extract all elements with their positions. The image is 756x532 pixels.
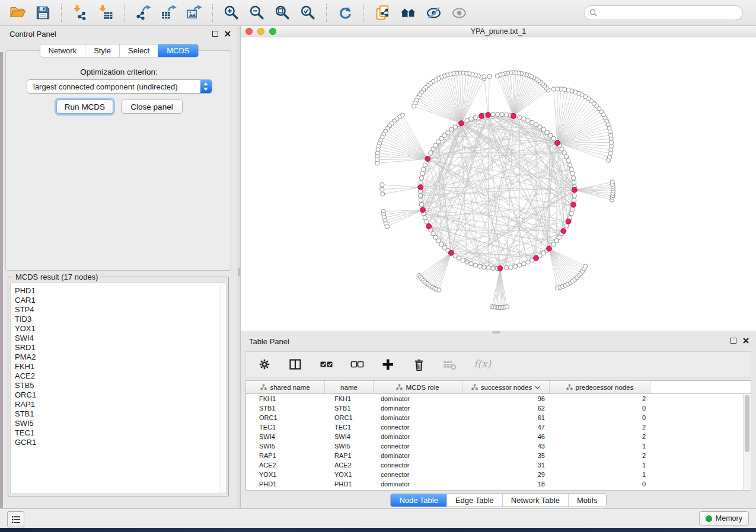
table-cell: 35 xyxy=(462,452,550,459)
first-neighbors-button[interactable] xyxy=(397,4,419,22)
table-cell: dominator xyxy=(374,405,462,412)
mcds-result-item[interactable]: PMA2 xyxy=(15,352,219,362)
table-row[interactable]: ORC1ORC1dominator610 xyxy=(246,413,751,422)
search-box[interactable] xyxy=(584,5,743,20)
table-row[interactable]: RAP1RAP1dominator352 xyxy=(246,451,751,460)
run-mcds-button[interactable]: Run MCDS xyxy=(56,100,113,114)
table-row[interactable]: YOX1YOX1connector291 xyxy=(246,470,751,479)
zoom-out-button[interactable] xyxy=(246,4,268,22)
table-row[interactable]: STB1STB1dominator620 xyxy=(246,403,751,413)
add-entry-button[interactable] xyxy=(378,357,398,373)
scrollbar-thumb[interactable] xyxy=(745,395,749,452)
import-network-button[interactable] xyxy=(69,4,91,22)
table-cell: 2 xyxy=(550,452,650,459)
table-cell: ACE2 xyxy=(246,462,325,469)
function-builder-button[interactable]: f(x) xyxy=(471,363,494,366)
table-row[interactable]: SWI5SWI5connector431 xyxy=(246,441,751,451)
search-icon xyxy=(589,9,597,17)
mcds-result-list[interactable]: PHD1CAR1STP4TID3YOX1SWI4SRD1PMA2FKH1ACE2… xyxy=(10,283,219,494)
zoom-in-button[interactable] xyxy=(221,4,243,22)
hide-selected-button[interactable] xyxy=(423,4,445,22)
mcds-result-item[interactable]: TID3 xyxy=(15,315,219,324)
column-header-predecessor-nodes[interactable]: predecessor nodes xyxy=(550,381,650,393)
mcds-result-item[interactable]: GCR1 xyxy=(15,438,219,447)
table-cell: RAP1 xyxy=(325,452,374,459)
destroy-table-button[interactable] xyxy=(440,357,460,373)
mcds-result-item[interactable]: SWI5 xyxy=(15,419,219,428)
first-neighbors-icon xyxy=(400,5,416,21)
status-bar: Memory xyxy=(0,508,756,528)
search-input[interactable] xyxy=(600,8,738,18)
table-panel: Table Panel f(x) shared namenameMCDS rol… xyxy=(241,334,756,508)
tab-network[interactable]: Network xyxy=(40,44,85,57)
float-panel-icon[interactable] xyxy=(212,31,218,37)
table-row[interactable]: SWI4SWI4dominator462 xyxy=(246,432,751,441)
mcds-result-item[interactable]: STP4 xyxy=(15,305,219,315)
select-all-button[interactable] xyxy=(317,357,336,373)
mcds-result-item[interactable]: CAR1 xyxy=(15,296,219,305)
clone-network-button[interactable] xyxy=(372,4,394,22)
mcds-result-item[interactable]: PHD1 xyxy=(15,286,219,296)
save-button[interactable] xyxy=(32,4,54,22)
table-cell: FKH1 xyxy=(325,395,374,402)
float-panel-icon[interactable] xyxy=(731,338,736,344)
tab-mcds[interactable]: MCDS xyxy=(158,44,197,57)
import-table-button[interactable] xyxy=(95,4,117,22)
tab-node-table[interactable]: Node Table xyxy=(391,494,446,507)
table-settings-button[interactable] xyxy=(255,357,275,373)
control-panel: Control Panel NetworkStyleSelectMCDS Opt… xyxy=(0,26,238,508)
export-network-button[interactable] xyxy=(132,4,154,22)
optimization-criterion-select[interactable]: largest connected component (undirected) xyxy=(27,79,212,94)
tab-style[interactable]: Style xyxy=(85,44,119,57)
toggle-columns-button[interactable] xyxy=(286,357,305,373)
mcds-result-item[interactable]: SRD1 xyxy=(15,343,219,352)
memory-label: Memory xyxy=(716,514,742,523)
close-panel-button[interactable]: Close panel xyxy=(121,100,183,114)
mcds-result-item[interactable]: ACE2 xyxy=(15,371,219,381)
tab-network-table[interactable]: Network Table xyxy=(502,494,568,507)
tab-edge-table[interactable]: Edge Table xyxy=(446,494,502,507)
table-scrollbar[interactable] xyxy=(743,394,750,490)
clear-selection-button[interactable] xyxy=(347,357,367,373)
open-file-button[interactable] xyxy=(7,4,28,22)
close-panel-icon[interactable] xyxy=(225,31,231,37)
tab-select[interactable]: Select xyxy=(119,44,158,57)
table-cell: dominator xyxy=(374,480,462,488)
mcds-result-item[interactable]: YOX1 xyxy=(15,324,219,334)
show-all-button[interactable] xyxy=(448,4,470,22)
toggle-columns-icon xyxy=(289,358,302,371)
column-header-successor-nodes[interactable]: successor nodes xyxy=(462,381,550,393)
export-table-button[interactable] xyxy=(158,4,180,22)
table-row[interactable]: FKH1FKH1dominator962 xyxy=(246,394,751,403)
column-type-icon xyxy=(260,384,267,390)
mcds-result-item[interactable]: STB5 xyxy=(15,381,219,390)
zoom-fit-button[interactable] xyxy=(272,4,294,22)
column-header-shared-name[interactable]: shared name xyxy=(246,381,325,393)
mcds-result-item[interactable]: SWI4 xyxy=(15,334,219,343)
mcds-result-item[interactable]: STB1 xyxy=(15,409,219,419)
mcds-result-scrollbar[interactable] xyxy=(219,283,227,494)
refresh-button[interactable] xyxy=(334,4,356,22)
memory-button[interactable]: Memory xyxy=(699,511,749,525)
delete-entry-button[interactable] xyxy=(409,357,429,373)
table-row[interactable]: TEC1TEC1connector472 xyxy=(246,422,751,432)
task-history-button[interactable] xyxy=(7,511,24,527)
column-header-MCDS-role[interactable]: MCDS role xyxy=(374,381,462,393)
table-row[interactable]: ACE2ACE2connector311 xyxy=(246,460,751,470)
toolbar-separator xyxy=(363,4,365,22)
column-header-name[interactable]: name xyxy=(325,381,374,393)
table-cell: TEC1 xyxy=(325,424,374,431)
mcds-result-item[interactable]: RAP1 xyxy=(15,400,219,409)
destroy-table-icon xyxy=(443,358,457,371)
node-table: shared namenameMCDS rolesuccessor nodesp… xyxy=(245,380,751,491)
network-canvas[interactable] xyxy=(241,37,756,331)
mcds-result-item[interactable]: TEC1 xyxy=(15,428,219,438)
export-image-button[interactable] xyxy=(183,4,205,22)
mcds-result-item[interactable]: ORC1 xyxy=(15,390,219,400)
close-panel-icon[interactable] xyxy=(743,338,749,344)
table-row[interactable]: PHD1PHD1dominator180 xyxy=(246,479,751,489)
column-type-icon xyxy=(396,384,403,390)
mcds-result-item[interactable]: FKH1 xyxy=(15,362,219,371)
tab-motifs[interactable]: Motifs xyxy=(568,494,606,507)
zoom-selected-button[interactable] xyxy=(297,4,319,22)
